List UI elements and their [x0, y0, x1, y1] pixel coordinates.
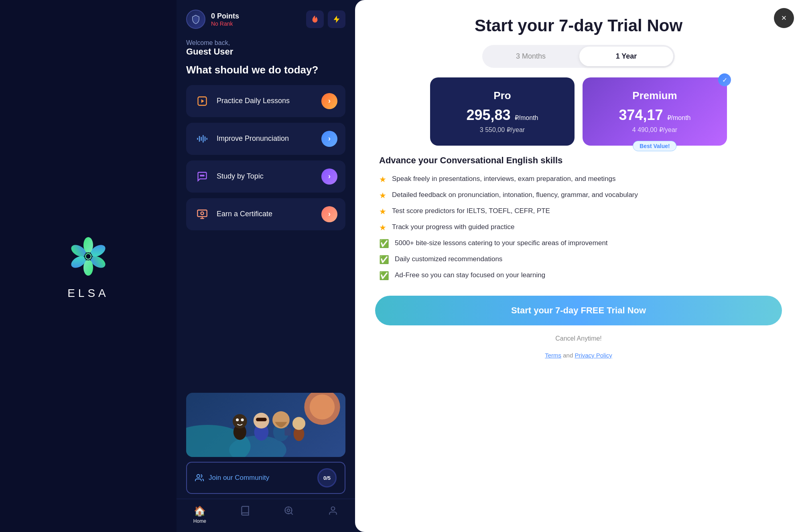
- pronunciation-arrow: ›: [321, 131, 337, 147]
- best-value-badge: Best Value!: [633, 141, 676, 151]
- menu-item-study-topic[interactable]: Study by Topic ›: [186, 160, 345, 193]
- shield-badge-icon: [186, 10, 205, 29]
- star-icon-4: ★: [379, 223, 386, 232]
- pro-plan-title: Pro: [442, 89, 562, 102]
- feature-text-5: 5000+ bite-size lessons catering to your…: [395, 238, 608, 248]
- feature-item-5: ✅ 5000+ bite-size lessons catering to yo…: [379, 238, 778, 248]
- nav-home[interactable]: 🏠 Home: [193, 506, 206, 524]
- svg-rect-27: [256, 418, 267, 421]
- feature-item-6: ✅ Daily customized recommendations: [379, 254, 778, 264]
- feature-item-3: ★ Test score predictors for IELTS, TOEFL…: [379, 206, 778, 216]
- plan-card-premium[interactable]: ✓ Premium 374,17 ₽/month 4 490,00 ₽/year…: [583, 77, 727, 146]
- certificate-icon: [194, 206, 210, 222]
- pronunciation-label: Improve Pronunciation: [217, 134, 289, 143]
- and-separator: and: [563, 352, 573, 359]
- feature-item-2: ★ Detailed feedback on pronunciation, in…: [379, 190, 778, 200]
- nav-profile[interactable]: [328, 506, 338, 524]
- rank-value: No Rank: [211, 20, 239, 27]
- plan-card-pro[interactable]: Pro 295,83 ₽/month 3 550,00 ₽/year: [430, 77, 575, 146]
- menu-item-pronunciation[interactable]: Improve Pronunciation ›: [186, 123, 345, 155]
- certificate-label: Earn a Certificate: [217, 210, 272, 218]
- cancel-text: Cancel Anytime!: [375, 335, 782, 342]
- pro-plan-price: 295,83 ₽/month: [442, 107, 562, 124]
- tab-3months[interactable]: 3 Months: [484, 47, 578, 66]
- username-text: Guest User: [186, 47, 345, 57]
- plan-cards: Pro 295,83 ₽/month 3 550,00 ₽/year ✓ Pre…: [375, 77, 782, 146]
- svg-point-34: [285, 507, 292, 514]
- svg-point-16: [201, 212, 204, 215]
- svg-point-11: [202, 175, 203, 176]
- feature-text-3: Test score predictors for IELTS, TOEFL, …: [392, 206, 550, 216]
- premium-plan-yearly: 4 490,00 ₽/year: [595, 126, 715, 134]
- star-icon-1: ★: [379, 175, 386, 184]
- community-banner: [186, 393, 345, 457]
- star-icon-2: ★: [379, 191, 386, 200]
- menu-item-certificate[interactable]: Earn a Certificate ›: [186, 198, 345, 230]
- lightning-button[interactable]: [328, 10, 345, 28]
- star-icon-3: ★: [379, 207, 386, 216]
- svg-rect-32: [284, 428, 291, 436]
- tab-1year[interactable]: 1 Year: [579, 47, 673, 66]
- svg-marker-9: [201, 99, 204, 103]
- check-icon-3: ✅: [379, 271, 389, 280]
- home-nav-label: Home: [193, 518, 206, 524]
- feature-text-2: Detailed feedback on pronunciation, into…: [392, 190, 638, 200]
- features-section: Advance your Conversational English skil…: [375, 155, 782, 286]
- modal-panel: × Start your 7-day Trial Now 3 Months 1 …: [355, 0, 802, 532]
- check-icon-2: ✅: [379, 255, 389, 264]
- points-info: 0 Points No Rank: [211, 12, 239, 27]
- daily-lessons-label: Practice Daily Lessons: [217, 97, 290, 105]
- pro-price-currency: ₽/month: [515, 114, 538, 121]
- modal-close-button[interactable]: ×: [774, 8, 794, 28]
- terms-link[interactable]: Terms: [545, 352, 561, 359]
- premium-plan-price: 374,17 ₽/month: [595, 107, 715, 124]
- svg-point-41: [331, 507, 335, 510]
- study-topic-arrow: ›: [321, 169, 337, 185]
- menu-items: Practice Daily Lessons › Improve Pronunc…: [177, 85, 355, 393]
- pro-plan-yearly: 3 550,00 ₽/year: [442, 126, 562, 134]
- fire-button[interactable]: [306, 10, 324, 28]
- study-topic-icon: [194, 169, 210, 185]
- svg-line-36: [291, 513, 293, 515]
- menu-item-daily-lessons[interactable]: Practice Daily Lessons ›: [186, 85, 345, 117]
- svg-point-23: [236, 418, 239, 421]
- feature-item-4: ★ Track your progress with guided practi…: [379, 222, 778, 232]
- welcome-section: Welcome back, Guest User What should we …: [177, 35, 355, 85]
- feature-item-1: ★ Speak freely in presentations, intervi…: [379, 174, 778, 184]
- pronunciation-icon: [194, 131, 210, 147]
- svg-point-20: [310, 394, 335, 419]
- premium-plan-title: Premium: [595, 89, 715, 102]
- progress-badge: 0/5: [317, 468, 337, 487]
- legal-links: Terms and Privacy Policy: [375, 352, 782, 359]
- join-community-bar[interactable]: Join our Community 0/5: [186, 462, 345, 494]
- check-icon-1: ✅: [379, 239, 389, 248]
- svg-point-22: [233, 414, 247, 428]
- app-panel: 0 Points No Rank Welcome back, Guest Use…: [177, 0, 355, 532]
- svg-point-35: [287, 509, 290, 512]
- svg-point-12: [203, 175, 204, 176]
- study-topic-label: Study by Topic: [217, 172, 264, 181]
- daily-lessons-icon: [194, 93, 210, 109]
- svg-point-33: [197, 475, 200, 477]
- feature-text-1: Speak freely in presentations, interview…: [392, 174, 616, 184]
- app-header: 0 Points No Rank: [177, 0, 355, 35]
- modal-title: Start your 7-day Trial Now: [375, 16, 782, 35]
- cta-button[interactable]: Start your 7-day FREE Trial Now: [375, 296, 782, 325]
- daily-lessons-arrow: ›: [321, 93, 337, 109]
- welcome-text: Welcome back,: [186, 39, 345, 47]
- certificate-arrow: ›: [321, 206, 337, 222]
- join-community-label: Join our Community: [209, 474, 269, 482]
- premium-price-currency: ₽/month: [667, 114, 691, 121]
- feature-item-7: ✅ Ad-Free so you can stay focused on you…: [379, 270, 778, 280]
- header-icons: [306, 10, 345, 28]
- svg-rect-13: [197, 210, 207, 216]
- premium-check-icon: ✓: [718, 73, 731, 86]
- feature-text-7: Ad-Free so you can stay focused on your …: [395, 270, 545, 280]
- elsa-logo-text: ELSA: [67, 287, 109, 300]
- bottom-nav: 🏠 Home: [177, 499, 355, 532]
- privacy-link[interactable]: Privacy Policy: [575, 352, 612, 359]
- nav-lessons[interactable]: [240, 506, 250, 524]
- plan-tabs: 3 Months 1 Year: [482, 45, 675, 68]
- nav-explore[interactable]: [284, 506, 294, 524]
- features-title: Advance your Conversational English skil…: [379, 155, 778, 166]
